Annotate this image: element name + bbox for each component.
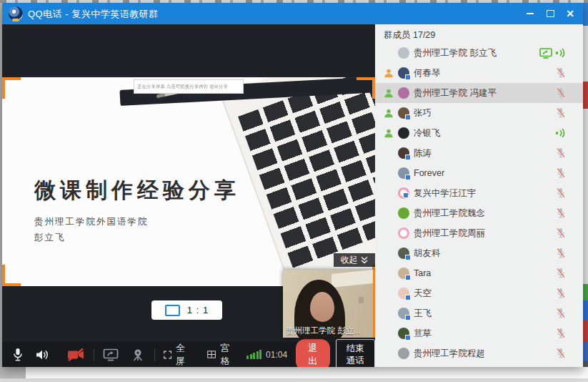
member-name: 张巧 <box>414 107 556 119</box>
speaker-button[interactable] <box>35 348 49 361</box>
member-row[interactable]: 贵州理工学院魏念 <box>375 203 583 223</box>
member-name: 天空 <box>414 288 556 300</box>
member-row[interactable]: 荁草 <box>375 323 583 343</box>
double-chevron-down-icon <box>360 256 369 265</box>
aspect-ratio-icon <box>165 305 180 316</box>
maximize-icon <box>547 10 554 17</box>
share-bracket-top-right <box>354 77 375 102</box>
member-row[interactable]: 何春琴 <box>375 63 583 83</box>
slide-title: 微课制作经验分享 <box>34 176 240 205</box>
member-row[interactable]: 贵州理工学院周丽 <box>375 223 583 243</box>
member-row[interactable]: 贵州理工学院程超 <box>375 343 583 363</box>
mic-muted-icon <box>556 107 566 119</box>
person-presence-icon <box>384 109 394 118</box>
maximize-button[interactable] <box>540 3 560 24</box>
member-list: 贵州理工学院 彭立飞 <box>375 43 583 363</box>
mic-icon <box>12 348 24 362</box>
member-name: 荁草 <box>414 328 556 340</box>
screen-share-button[interactable] <box>103 348 119 361</box>
background-line <box>0 378 588 382</box>
fullscreen-icon <box>164 349 171 361</box>
mic-muted-icon <box>556 67 566 79</box>
person-presence-icon <box>384 89 394 98</box>
mic-muted-icon <box>556 348 566 359</box>
fullscreen-button[interactable]: 全屏 <box>164 342 189 368</box>
member-row[interactable]: 天空 <box>375 283 583 303</box>
mic-muted-icon <box>556 87 566 99</box>
minimize-icon <box>527 13 534 14</box>
close-icon: ✕ <box>566 9 574 19</box>
mic-muted-icon <box>556 328 566 339</box>
call-timer: 01:04 <box>266 350 287 360</box>
toolbar-divider <box>154 348 155 361</box>
self-video-label: 贵州理工学院 彭立... <box>286 325 372 336</box>
member-name: 贵州理工学院程超 <box>414 348 556 360</box>
share-bracket-top-left <box>2 77 24 102</box>
mic-muted-icon <box>556 308 566 319</box>
member-row[interactable]: 胡友科 <box>375 243 583 263</box>
background-right-edge <box>583 3 588 367</box>
camera-off-button[interactable] <box>66 348 85 362</box>
signal-bars-icon <box>246 350 261 359</box>
member-row[interactable]: 王飞 <box>375 303 583 323</box>
slide-subtitle-name: 彭立飞 <box>34 232 66 244</box>
toolbar-divider <box>94 348 94 361</box>
presenter-button[interactable] <box>130 348 146 361</box>
mic-muted-icon <box>556 268 566 279</box>
member-name: 贵州理工学院 彭立飞 <box>414 47 539 59</box>
member-row[interactable]: Forever <box>375 163 583 183</box>
avatar <box>398 187 409 199</box>
mic-muted-icon <box>556 167 566 179</box>
device-badge <box>405 74 411 80</box>
collapse-button[interactable]: 收起 <box>334 253 375 267</box>
member-name: 贵州理工学院周丽 <box>414 227 556 240</box>
share-bracket-bottom-left <box>2 262 24 286</box>
self-video-thumbnail[interactable]: 贵州理工学院 彭立... <box>283 270 375 338</box>
close-button[interactable]: ✕ <box>560 3 580 24</box>
mic-muted-icon <box>556 248 566 259</box>
ratio-button[interactable]: 1 : 1 <box>151 300 222 320</box>
titlebar[interactable]: QQ电话 - 复兴中学英语教研群 ✕ <box>2 3 583 24</box>
member-name: 复兴中学汪江宇 <box>414 187 556 200</box>
device-badge <box>403 192 409 198</box>
mic-muted-icon <box>556 207 566 219</box>
member-row[interactable]: Tara <box>375 263 583 283</box>
member-name: 贵州理工学院魏念 <box>414 207 556 220</box>
video-stage: 正在分享屏幕 点击可切换分享内容 退出分享 微课制作经验分享 贵州理工学院外国语… <box>2 24 375 367</box>
minimize-button[interactable] <box>520 3 540 24</box>
avatar <box>398 227 409 239</box>
background-window-bottom <box>0 367 588 382</box>
qq-call-icon <box>9 6 23 21</box>
member-row[interactable]: 贵州理工学院 彭立飞 <box>375 43 583 63</box>
avatar <box>398 87 409 99</box>
device-badge <box>405 155 411 160</box>
member-row[interactable]: 贵州理工学院 冯建平 <box>375 83 583 103</box>
exit-button[interactable]: 退出 <box>296 339 329 368</box>
mic-button[interactable] <box>12 348 24 362</box>
member-row[interactable]: 冷银飞 <box>375 123 583 143</box>
member-row[interactable]: 陈涛 <box>375 143 583 163</box>
grid-view-button[interactable]: 宫格 <box>207 342 234 368</box>
member-name: 冷银飞 <box>414 127 555 139</box>
member-row[interactable]: 复兴中学汪江宇 <box>375 183 583 203</box>
mic-muted-icon <box>556 288 566 299</box>
end-call-button[interactable]: 结束通话 <box>336 339 375 368</box>
avatar <box>398 67 409 79</box>
avatar <box>398 288 409 299</box>
avatar <box>398 167 409 179</box>
avatar <box>398 308 409 319</box>
grid-icon <box>207 349 216 360</box>
qq-call-window: QQ电话 - 复兴中学英语教研群 ✕ 正在分享屏幕 点击可切换分享内容 退出分享… <box>2 3 583 367</box>
call-toolbar: 全屏 宫格 01:04 退出 结束通话 <box>2 342 375 367</box>
device-badge <box>405 175 411 180</box>
person-presence-icon <box>384 129 394 138</box>
member-row[interactable]: 张巧 <box>375 103 583 123</box>
member-name: 胡友科 <box>414 248 556 260</box>
screen-share-icon <box>103 348 119 361</box>
avatar <box>398 127 409 139</box>
speaking-icon <box>555 48 566 58</box>
member-name: Forever <box>414 168 556 178</box>
device-badge <box>405 255 411 260</box>
avatar <box>398 248 409 259</box>
camera-off-icon <box>66 348 85 362</box>
